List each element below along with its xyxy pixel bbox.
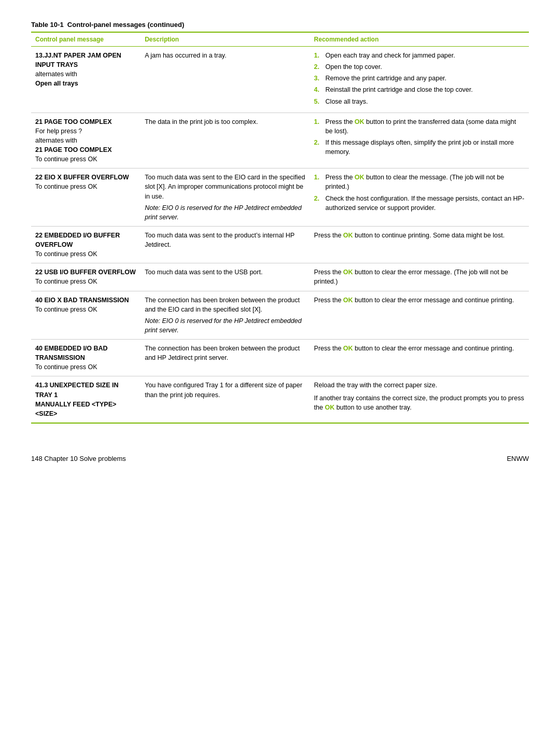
table-row: 21 PAGE TOO COMPLEX For help press ? alt…	[31, 113, 529, 168]
desc-cell-5: Too much data was sent to the USB port.	[141, 263, 310, 291]
action-item: 5.Close all trays.	[314, 97, 525, 106]
table-row: 13.JJ.NT PAPER JAM OPEN INPUT TRAYS alte…	[31, 47, 529, 113]
action-item: 3.Remove the print cartridge and any pap…	[314, 74, 525, 83]
msg-cell-1: 13.JJ.NT PAPER JAM OPEN INPUT TRAYS alte…	[31, 47, 141, 113]
msg-cell-5: 22 USB I/O BUFFER OVERFLOW To continue p…	[31, 263, 141, 291]
desc-cell-7: The connection has been broken between t…	[141, 340, 310, 376]
main-table: Control panel message Description Recomm…	[31, 32, 529, 424]
header-recommended: Recommended action	[310, 32, 529, 47]
msg-cell-8: 41.3 UNEXPECTED SIZE IN TRAY 1 MANUALLY …	[31, 376, 141, 423]
action-item: 2.If this message displays often, simpli…	[314, 138, 525, 157]
action-item: 4.Reinstall the print cartridge and clos…	[314, 85, 525, 94]
desc-cell-6: The connection has been broken between t…	[141, 291, 310, 340]
msg-normal-1: alternates with	[35, 69, 136, 79]
action-cell-2: 1.Press the OK button to print the trans…	[310, 113, 529, 168]
msg-cell-6: 40 EIO X BAD TRANSMISSION To continue pr…	[31, 291, 141, 340]
table-title-container: Table 10-1 Control-panel messages (conti…	[31, 21, 529, 29]
msg-cell-4: 22 EMBEDDED I/O BUFFER OVERFLOW To conti…	[31, 226, 141, 263]
action-cell-5: Press the OK button to clear the error m…	[310, 263, 529, 291]
msg-cell-7: 40 EMBEDDED I/O BAD TRANSMISSION To cont…	[31, 340, 141, 376]
table-row: 40 EMBEDDED I/O BAD TRANSMISSION To cont…	[31, 340, 529, 376]
action-cell-7: Press the OK button to clear the error m…	[310, 340, 529, 376]
action-item: 1.Press the OK button to print the trans…	[314, 117, 525, 136]
table-row: 22 EMBEDDED I/O BUFFER OVERFLOW To conti…	[31, 226, 529, 263]
table-label: Control-panel messages (continued)	[67, 21, 184, 29]
desc-cell-2: The data in the print job is too complex…	[141, 113, 310, 168]
table-row: 22 USB I/O BUFFER OVERFLOW To continue p…	[31, 263, 529, 291]
table-row: 22 EIO X BUFFER OVERFLOW To continue pre…	[31, 168, 529, 227]
action-cell-6: Press the OK button to clear the error m…	[310, 291, 529, 340]
table-number: Table 10-1	[31, 21, 64, 29]
header-description: Description	[141, 32, 310, 47]
table-row: 40 EIO X BAD TRANSMISSION To continue pr…	[31, 291, 529, 340]
table-header-row: Control panel message Description Recomm…	[31, 32, 529, 47]
action-item: 1.Open each tray and check for jammed pa…	[314, 51, 525, 60]
action-cell-8: Reload the tray with the correct paper s…	[310, 376, 529, 423]
desc-cell-8: You have configured Tray 1 for a differe…	[141, 376, 310, 423]
table-row: 41.3 UNEXPECTED SIZE IN TRAY 1 MANUALLY …	[31, 376, 529, 423]
action-cell-3: 1.Press the OK button to clear the messa…	[310, 168, 529, 227]
action-cell-1: 1.Open each tray and check for jammed pa…	[310, 47, 529, 113]
header-control-panel: Control panel message	[31, 32, 141, 47]
msg-bold-1: 13.JJ.NT PAPER JAM OPEN INPUT TRAYS	[35, 51, 136, 69]
footer-right: ENWW	[507, 455, 529, 462]
msg-cell-2: 21 PAGE TOO COMPLEX For help press ? alt…	[31, 113, 141, 168]
msg-bold-2: Open all trays	[35, 79, 136, 88]
desc-cell-1: A jam has occurred in a tray.	[141, 47, 310, 113]
action-item: 2.Check the host configuration. If the m…	[314, 194, 525, 213]
table-title: Table 10-1 Control-panel messages (conti…	[31, 21, 529, 29]
desc-cell-3: Too much data was sent to the EIO card i…	[141, 168, 310, 227]
action-item: 1.Press the OK button to clear the messa…	[314, 173, 525, 191]
msg-cell-3: 22 EIO X BUFFER OVERFLOW To continue pre…	[31, 168, 141, 227]
footer-left: 148 Chapter 10 Solve problems	[31, 455, 126, 462]
action-cell-4: Press the OK button to continue printing…	[310, 226, 529, 263]
page-footer: 148 Chapter 10 Solve problems ENWW	[31, 455, 529, 462]
desc-cell-4: Too much data was sent to the product’s …	[141, 226, 310, 263]
action-item: 2.Open the top cover.	[314, 62, 525, 72]
